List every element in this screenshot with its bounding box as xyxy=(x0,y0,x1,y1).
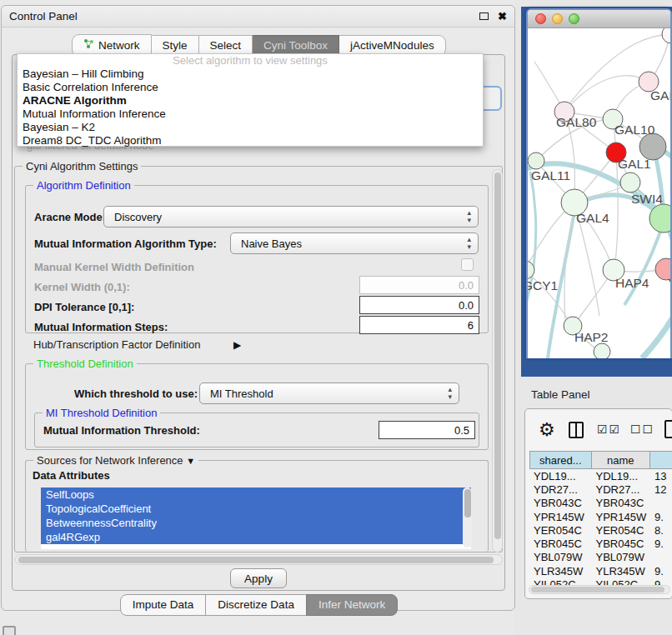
network-window-titlebar xyxy=(528,10,670,28)
network-icon xyxy=(83,38,94,52)
network-canvas[interactable]: GALGAL80GAL10GAL1GAL11SWI4GAL4GCY1HAP4YH… xyxy=(528,28,670,358)
gear-icon[interactable] xyxy=(539,419,555,441)
minimized-panel-icon[interactable] xyxy=(3,626,16,635)
dpi-tolerance-field[interactable] xyxy=(359,296,479,314)
which-threshold-combo[interactable]: MI Threshold xyxy=(199,382,459,404)
combo-arrows-icon xyxy=(448,386,452,401)
mi-type-value: Naive Bayes xyxy=(241,238,302,250)
table-cell: 13 xyxy=(650,470,672,482)
cyni-settings-group-title: Cyni Algorithm Settings xyxy=(23,160,141,172)
node-label: GAL80 xyxy=(556,115,597,129)
algorithm-definition-group: Algorithm Definition Aracne Mode: Discov… xyxy=(25,185,489,333)
column-header[interactable]: name xyxy=(592,451,651,469)
mi-type-label: Mutual Information Algorithm Type: xyxy=(34,238,217,250)
close-traffic-light-icon[interactable] xyxy=(535,13,546,24)
algorithm-dropdown[interactable]: Select algorithm to view settings Bayesi… xyxy=(17,53,484,147)
attribute-item[interactable]: gal4RGexp xyxy=(41,530,471,544)
column-header[interactable]: shared... xyxy=(529,451,592,469)
dpi-tolerance-label: DPI Tolerance [0,1]: xyxy=(34,301,134,313)
dropdown-item[interactable]: Bayesian – K2 xyxy=(18,121,483,134)
mi-threshold-field[interactable] xyxy=(379,421,475,439)
cyni-algorithm-settings-group: Cyni Algorithm Settings Algorithm Defini… xyxy=(14,166,503,552)
network-node[interactable] xyxy=(620,172,640,192)
tab-label: Cyni Toolbox xyxy=(263,39,328,52)
mi-type-combo[interactable]: Naive Bayes xyxy=(230,232,479,254)
table-cell: YER054C xyxy=(529,524,592,537)
node-label: GAL10 xyxy=(614,122,655,137)
table-horizontal-scrollbar[interactable] xyxy=(529,585,670,594)
table-cell: YPR145W xyxy=(529,511,592,523)
mi-threshold-label: Mutual Information Threshold: xyxy=(43,424,200,437)
table-row[interactable]: YDL19...YDL19...13 xyxy=(529,469,672,482)
table-cell: YIL052C xyxy=(592,578,651,585)
hub-definition-label[interactable]: Hub/Transcription Factor Definition xyxy=(33,338,200,351)
columns-icon[interactable] xyxy=(569,422,584,438)
kernel-width-label: Kernel Width (0,1): xyxy=(34,281,130,293)
table-row[interactable]: YDR27...YDR27...12 xyxy=(529,482,672,496)
network-node[interactable] xyxy=(528,152,544,169)
table-panel-title: Table Panel xyxy=(531,388,590,401)
new-table-icon[interactable] xyxy=(664,420,672,438)
expand-arrow-icon[interactable] xyxy=(233,338,241,351)
deselect-all-icon[interactable] xyxy=(630,422,654,436)
table-row[interactable]: YBL079WYBL079W xyxy=(529,551,672,564)
network-node[interactable] xyxy=(662,28,670,43)
table-toolbar xyxy=(525,416,672,446)
attributes-scrollbar[interactable] xyxy=(463,488,472,548)
node-label: SWI4 xyxy=(631,192,663,206)
sources-title-text: Sources for Network Inference xyxy=(37,454,183,467)
table-panel-window: shared...name YDL19...YDL19...13YDR27...… xyxy=(524,408,672,599)
data-attributes-label: Data Attributes xyxy=(33,469,110,482)
table-cell: YBL079W xyxy=(592,551,651,563)
table-row[interactable]: YBR045CYBR045C9. xyxy=(529,537,672,550)
table-cell: YER054C xyxy=(592,524,651,537)
table-cell: 9. xyxy=(650,538,672,550)
table-cell: 12 xyxy=(650,483,672,496)
close-icon[interactable] xyxy=(498,11,507,22)
table-row[interactable]: YBR043CYBR043C xyxy=(529,497,672,510)
network-view-window: GALGAL80GAL10GAL1GAL11SWI4GAL4GCY1HAP4YH… xyxy=(526,8,672,358)
data-attributes-list[interactable]: SelfLoopsTopologicalCoefficientBetweenne… xyxy=(41,488,471,549)
float-window-icon[interactable] xyxy=(479,12,489,20)
aracne-mode-label: Aracne Mode: xyxy=(34,211,106,223)
minimize-traffic-light-icon[interactable] xyxy=(552,13,563,24)
algorithm-definition-title: Algorithm Definition xyxy=(33,179,134,192)
control-panel-titlebar: Control Panel xyxy=(2,6,514,28)
dropdown-item[interactable]: Dream8 DC_TDC Algorithm xyxy=(18,134,483,148)
table-header-row: shared...name xyxy=(529,451,672,469)
attribute-item[interactable]: TopologicalCoefficient xyxy=(41,502,471,516)
settings-vertical-scrollbar[interactable] xyxy=(492,169,503,552)
aracne-mode-combo[interactable]: Discovery xyxy=(103,206,479,228)
table-row[interactable]: YLR345WYLR345W9. xyxy=(529,564,672,578)
bottom-tab-infer-network[interactable]: Infer Network xyxy=(306,594,398,616)
network-node[interactable] xyxy=(594,343,610,358)
node-table: shared...name YDL19...YDL19...13YDR27...… xyxy=(529,451,672,585)
select-all-icon[interactable] xyxy=(597,422,621,436)
kernel-width-field[interactable] xyxy=(359,276,479,294)
attribute-item[interactable]: BetweennessCentrality xyxy=(41,516,471,530)
table-cell: YBR045C xyxy=(529,538,592,550)
dropdown-hint: Select algorithm to view settings xyxy=(18,54,483,68)
sources-group: Sources for Network Inference Data Attri… xyxy=(25,460,489,552)
table-cell: YLR345W xyxy=(592,565,651,578)
network-node-labels: GALGAL80GAL10GAL1GAL11SWI4GAL4GCY1HAP4YH… xyxy=(528,88,670,344)
bottom-tab-discretize-data[interactable]: Discretize Data xyxy=(205,594,307,616)
table-row[interactable]: YPR145WYPR145W9. xyxy=(529,510,672,523)
table-row[interactable]: YER054CYER054C8. xyxy=(529,523,672,537)
collapse-arrow-icon[interactable] xyxy=(186,454,195,467)
manual-kernel-checkbox[interactable] xyxy=(461,258,474,271)
attribute-item[interactable]: SelfLoops xyxy=(41,488,471,502)
column-header[interactable] xyxy=(650,451,672,469)
apply-button[interactable]: Apply xyxy=(230,568,287,588)
zoom-traffic-light-icon[interactable] xyxy=(569,13,579,24)
dropdown-item[interactable]: ARACNE Algorithm xyxy=(18,94,483,108)
bottom-tab-impute-data[interactable]: Impute Data xyxy=(120,594,207,616)
table-row[interactable]: YIL052CYIL052C9 xyxy=(529,578,672,585)
dropdown-item[interactable]: Basic Correlation Inference xyxy=(18,81,483,94)
tab-label: Network xyxy=(98,39,140,52)
mi-steps-field[interactable] xyxy=(359,316,479,334)
dropdown-item[interactable]: Mutual Information Inference xyxy=(18,108,483,121)
settings-horizontal-scrollbar[interactable] xyxy=(15,554,503,565)
dropdown-item[interactable]: Bayesian – Hill Climbing xyxy=(18,68,483,81)
sources-group-title[interactable]: Sources for Network Inference xyxy=(33,454,198,467)
